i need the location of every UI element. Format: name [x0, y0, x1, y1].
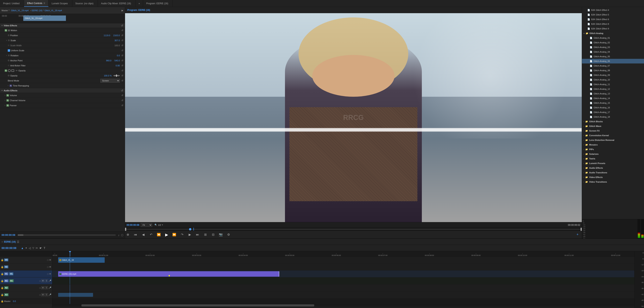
- rot-reset[interactable]: ↺: [121, 54, 123, 57]
- rot-chevron[interactable]: ›: [6, 54, 7, 56]
- bjk-effect-4-item[interactable]: 📄 BJK Glitch Effect 4: [582, 8, 644, 12]
- a3-lock[interactable]: 🔒: [1, 294, 4, 296]
- a1-mic-icon[interactable]: 🎤: [48, 280, 51, 282]
- bjk-effect-6-item[interactable]: 📄 BJK Glitch Effect 6: [582, 17, 644, 22]
- razor-tool-btn[interactable]: ✂: [36, 247, 38, 250]
- prev-frame-btn[interactable]: ◀: [140, 232, 146, 237]
- scale-reset[interactable]: ↺: [121, 39, 123, 42]
- pan-chevron[interactable]: ›: [5, 104, 5, 106]
- opv-reset[interactable]: ↺: [121, 74, 123, 77]
- vol-chevron[interactable]: ›: [5, 94, 5, 96]
- v1-badge[interactable]: V1: [9, 272, 14, 275]
- a2-solo-btn[interactable]: S: [45, 286, 48, 289]
- audio-mixer-tab[interactable]: Audio Clip Mixer: EERIE (16): [98, 0, 136, 7]
- a3-mic-icon[interactable]: 🎤: [48, 294, 51, 296]
- eerie-clip[interactable]: fx EERIE (16).mp4: [58, 271, 279, 277]
- bjk-effect-9-item[interactable]: 📄 BJK Glitch Effect 9: [582, 26, 644, 31]
- timeline-close-icon[interactable]: ×: [2, 241, 3, 243]
- video-effects-browser-category[interactable]: › 📁 Video Effects: [582, 175, 644, 179]
- a1-solo-btn[interactable]: S: [45, 279, 48, 282]
- video-effects-reset[interactable]: ↺: [121, 24, 123, 27]
- audio-effects-header[interactable]: ▾ Audio Effects ↺: [0, 88, 125, 93]
- glitch-analog-04[interactable]: 📄 Glitch-Analog_04: [582, 49, 644, 54]
- pips-category[interactable]: › 📁 PIPs: [582, 147, 644, 152]
- slip-tool-btn[interactable]: ▽: [32, 247, 34, 249]
- bjk-effect-5-item[interactable]: 📄 BJK Glitch Effect 5: [582, 12, 644, 17]
- bjk-effect-8-item[interactable]: 📄 BJK Glitch Effect 8: [582, 22, 644, 26]
- solarizes-category[interactable]: › 📁 Solarizes: [582, 152, 644, 156]
- time-remap-row[interactable]: › fx Time Remapping: [0, 83, 125, 88]
- in-marker[interactable]: [125, 228, 126, 231]
- a3-mute-btn[interactable]: M: [41, 293, 44, 296]
- scrubber-handle[interactable]: [189, 228, 191, 230]
- mark-in-btn[interactable]: ↶: [148, 232, 154, 237]
- opacity-effect-row[interactable]: fx ✏ Opacity ↺: [0, 68, 125, 73]
- anchor-stopwatch[interactable]: ⊙: [8, 59, 10, 62]
- lumetri-tab[interactable]: Lumetri Scopes: [48, 0, 72, 7]
- v2-camera-icon[interactable]: □: [47, 266, 48, 268]
- a2-badge[interactable]: A2: [4, 286, 8, 289]
- glitch-analog-18[interactable]: 📄 Glitch-Analog_18: [582, 115, 644, 119]
- music-icon[interactable]: ♪: [118, 234, 120, 237]
- clip-out-handle[interactable]: [278, 271, 279, 277]
- master-value[interactable]: 0.0: [13, 300, 16, 303]
- volume-row[interactable]: › fx Volume ↺: [0, 93, 125, 98]
- panner-row[interactable]: › fx Panner ↺: [0, 103, 125, 108]
- anchor-y-value[interactable]: 540.0: [114, 59, 120, 62]
- glitch-analog-07[interactable]: 📄 Glitch-Analog_07: [582, 63, 644, 68]
- position-reset[interactable]: ↺: [121, 34, 123, 37]
- glitch-analog-11[interactable]: 📄 Glitch-Analog_11: [582, 82, 644, 87]
- a2-lock[interactable]: 🔒: [1, 287, 4, 289]
- glitch-analog-13[interactable]: 📄 Glitch-Analog_13: [582, 91, 644, 96]
- h-scroll-thumb[interactable]: [82, 304, 314, 307]
- position-x-value[interactable]: 1119.0: [104, 34, 110, 36]
- cv-chevron[interactable]: ›: [5, 99, 5, 101]
- scale-width-value[interactable]: 100.0: [114, 44, 120, 47]
- a1-label-outer[interactable]: A1: [4, 279, 8, 282]
- a1-badge[interactable]: A1: [9, 279, 14, 282]
- glitch-analog-17[interactable]: 📄 Glitch-Analog_17: [582, 110, 644, 115]
- op-section-reset[interactable]: ↺: [121, 69, 123, 72]
- effect-controls-menu-icon[interactable]: ☰: [44, 2, 45, 4]
- timeline-tracks-content[interactable]: :00:00 00:00:01:00 00:00:02:00 00:00:03:…: [52, 251, 634, 308]
- glitch-analog-08[interactable]: 📄 Glitch-Analog_08: [582, 68, 644, 73]
- scale-chevron[interactable]: ›: [6, 39, 7, 41]
- v3-badge[interactable]: V3: [4, 259, 8, 261]
- glitch-analog-01[interactable]: 📄 Glitch-Analog_01: [582, 36, 644, 40]
- anchor-x-value[interactable]: 960.0: [106, 59, 112, 62]
- timeline-current-time[interactable]: 00:00:00:08: [2, 247, 16, 250]
- master-lock[interactable]: 🔒: [1, 300, 4, 303]
- glitch-clip[interactable]: fx Glitch_VL_19: [58, 257, 105, 263]
- overwrite-btn[interactable]: ⊟: [210, 232, 216, 237]
- glitch-analog-14[interactable]: 📄 Glitch-Analog_14: [582, 96, 644, 101]
- mosaics-category[interactable]: › 📁 Mosaics: [582, 142, 644, 147]
- a2-mic-icon[interactable]: 🎤: [48, 287, 51, 289]
- motion-reset-icon[interactable]: ↺: [121, 29, 123, 32]
- add-to-sequence-btn[interactable]: +: [575, 232, 580, 237]
- rotation-value[interactable]: 0.0: [117, 54, 120, 57]
- audio-transitions-category[interactable]: › 📁 Audio Transitions: [582, 170, 644, 175]
- add-marker-btn[interactable]: ⊕: [125, 232, 130, 237]
- tr-chevron[interactable]: ›: [8, 85, 8, 87]
- opacity-keyframe-nav-left[interactable]: ◀: [113, 74, 115, 77]
- timeline-menu-icon[interactable]: ☰: [17, 240, 20, 243]
- project-tab[interactable]: Project: Untitled: [0, 0, 24, 7]
- track-select-tool-btn[interactable]: ◁: [29, 247, 31, 250]
- export-icon[interactable]: ⬡: [121, 234, 123, 237]
- audio-effects-browser-category[interactable]: › 📁 Audio Effects: [582, 166, 644, 170]
- v1-camera-icon[interactable]: □: [47, 273, 48, 275]
- opv-stopwatch[interactable]: ⊙: [8, 74, 10, 77]
- step-back-btn[interactable]: ⏮: [133, 232, 138, 237]
- opacity-keyframe-diamond[interactable]: [115, 74, 118, 77]
- monitor-scrubber[interactable]: [125, 228, 582, 231]
- master-clip-name[interactable]: Glitch_VL_19.mp4: [11, 9, 29, 12]
- opacity-keyframe-nav-right[interactable]: ▶: [118, 74, 120, 77]
- v3-eye-icon[interactable]: 👁: [49, 259, 51, 261]
- v2-lock[interactable]: 🔒: [1, 266, 4, 268]
- sw-stopwatch[interactable]: ⊙: [8, 44, 10, 47]
- clip-timeline-bar[interactable]: Glitch_VL_19.mp4: [23, 15, 66, 21]
- a3-solo-btn[interactable]: S: [45, 293, 48, 296]
- position-y-value[interactable]: 2163.0: [113, 34, 120, 36]
- lens-distortion-category[interactable]: › 📁 Lens Distortion Removal: [582, 138, 644, 142]
- h-scrollbar-thumb[interactable]: [18, 234, 24, 236]
